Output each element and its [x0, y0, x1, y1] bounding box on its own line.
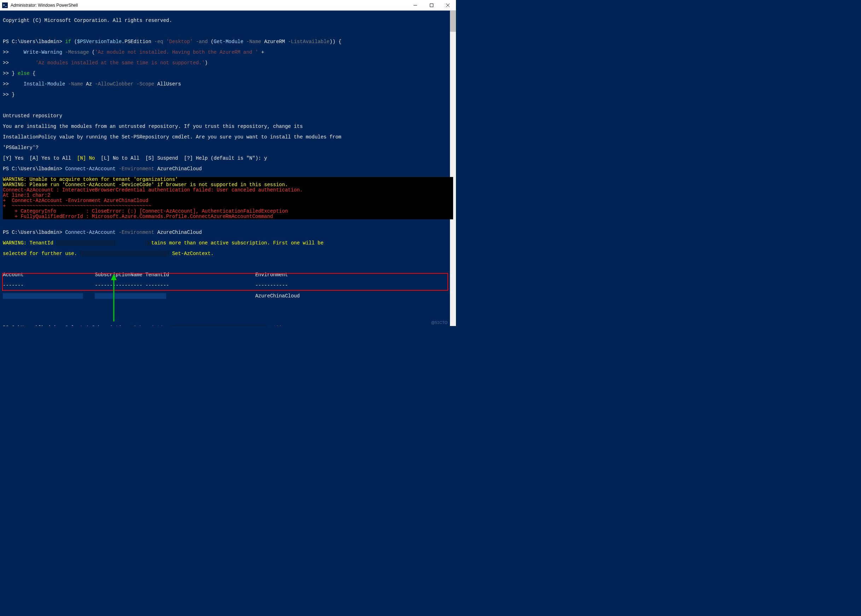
redacted-account: xxxxxxxxxxxxxxxxxxxxxxxxxxx [3, 293, 83, 299]
redacted-text: xxxxxxxxxxxxxxxxxxxxxxxxxxxxxx [80, 251, 169, 256]
maximize-button[interactable] [423, 0, 440, 11]
window-controls [407, 0, 456, 11]
title-bar: Administrator: Windows PowerShell [0, 0, 456, 11]
powershell-icon [2, 3, 8, 8]
window-title: Administrator: Windows PowerShell [11, 3, 78, 8]
close-button[interactable] [440, 0, 456, 11]
watermark: @51CTO [431, 321, 447, 325]
terminal[interactable]: Copyright (C) Microsoft Corporation. All… [0, 11, 456, 326]
svg-rect-1 [430, 4, 433, 7]
redacted-sub: xxxxxxxxxxxxxxxxxxxxxxxxxxxxxxxx [172, 325, 267, 326]
minimize-button[interactable] [407, 0, 423, 11]
copyright-line: Copyright (C) Microsoft Corporation. All… [3, 18, 453, 23]
redacted-tenant: xxxxxxxxxxxxxxxxxxxx [56, 240, 116, 246]
